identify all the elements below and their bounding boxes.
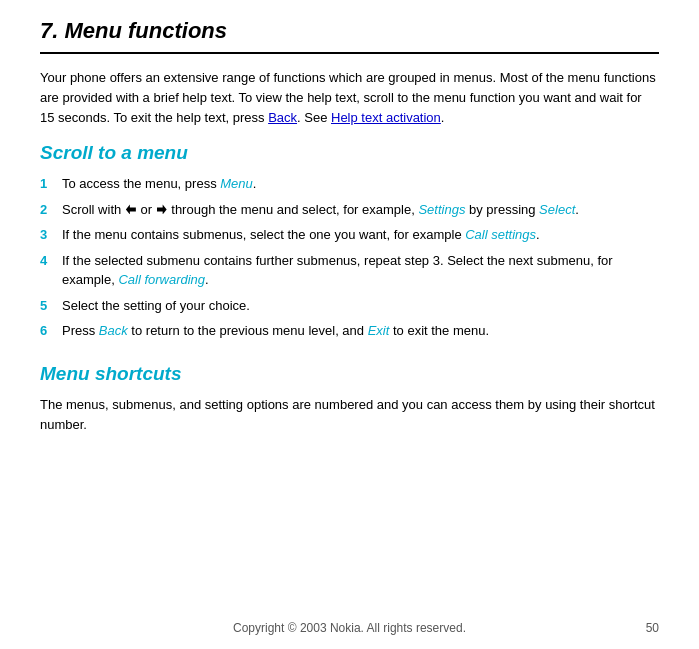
step-text: Select the setting of your choice. [62,296,659,316]
intro-text-2: . See [297,110,331,125]
step-number: 3 [40,225,62,245]
step2-text-middle: through the menu and select, for example… [168,202,419,217]
step6-link-exit[interactable]: Exit [368,323,390,338]
step-number: 4 [40,251,62,271]
help-text-activation-link[interactable]: Help text activation [331,110,441,125]
step6-text-before: Press [62,323,99,338]
step-item: 1 To access the menu, press Menu. [40,174,659,194]
page-number: 50 [646,621,659,635]
step4-link-call-forwarding[interactable]: Call forwarding [118,272,205,287]
step3-link-call-settings[interactable]: Call settings [465,227,536,242]
step4-text-after: . [205,272,209,287]
step2-link-select[interactable]: Select [539,202,575,217]
chapter-title: 7. Menu functions [40,0,659,54]
arrow-left-icon [126,204,136,214]
shortcuts-description: The menus, submenus, and setting options… [40,395,659,435]
step1-text-after: . [253,176,257,191]
step6-link-back[interactable]: Back [99,323,128,338]
menu-shortcuts-section: Menu shortcuts The menus, submenus, and … [40,363,659,435]
intro-paragraph: Your phone offers an extensive range of … [40,68,659,128]
step-text: To access the menu, press Menu. [62,174,659,194]
copyright-text: Copyright © 2003 Nokia. All rights reser… [0,621,699,635]
step-text: Scroll with or through the menu and sele… [62,200,659,220]
page-container: 7. Menu functions Your phone offers an e… [0,0,699,649]
step-number: 1 [40,174,62,194]
step-item: 6 Press Back to return to the previous m… [40,321,659,341]
scroll-section-title: Scroll to a menu [40,142,659,164]
step3-text-after: . [536,227,540,242]
step2-link-settings[interactable]: Settings [418,202,465,217]
step2-text-end: . [575,202,579,217]
step-text: If the menu contains submenus, select th… [62,225,659,245]
step3-text-before: If the menu contains submenus, select th… [62,227,465,242]
step-number: 2 [40,200,62,220]
arrow-right-icon [157,204,167,214]
step2-text-before: Scroll with [62,202,125,217]
step-item: 2 Scroll with or through the menu and se… [40,200,659,220]
step-item: 5 Select the setting of your choice. [40,296,659,316]
step-item: 4 If the selected submenu contains furth… [40,251,659,290]
steps-list: 1 To access the menu, press Menu. 2 Scro… [40,174,659,347]
shortcuts-section-title: Menu shortcuts [40,363,659,385]
step-text: Press Back to return to the previous men… [62,321,659,341]
step6-text-middle: to return to the previous menu level, an… [128,323,368,338]
step-number: 5 [40,296,62,316]
step-text: If the selected submenu contains further… [62,251,659,290]
step6-text-after: to exit the menu. [389,323,489,338]
step1-text-before: To access the menu, press [62,176,220,191]
step1-link-menu[interactable]: Menu [220,176,253,191]
back-link[interactable]: Back [268,110,297,125]
step5-text: Select the setting of your choice. [62,298,250,313]
step-number: 6 [40,321,62,341]
step2-text-after: by pressing [465,202,539,217]
step-item: 3 If the menu contains submenus, select … [40,225,659,245]
step2-or: or [140,202,155,217]
intro-text-3: . [441,110,445,125]
footer: Copyright © 2003 Nokia. All rights reser… [0,621,699,635]
